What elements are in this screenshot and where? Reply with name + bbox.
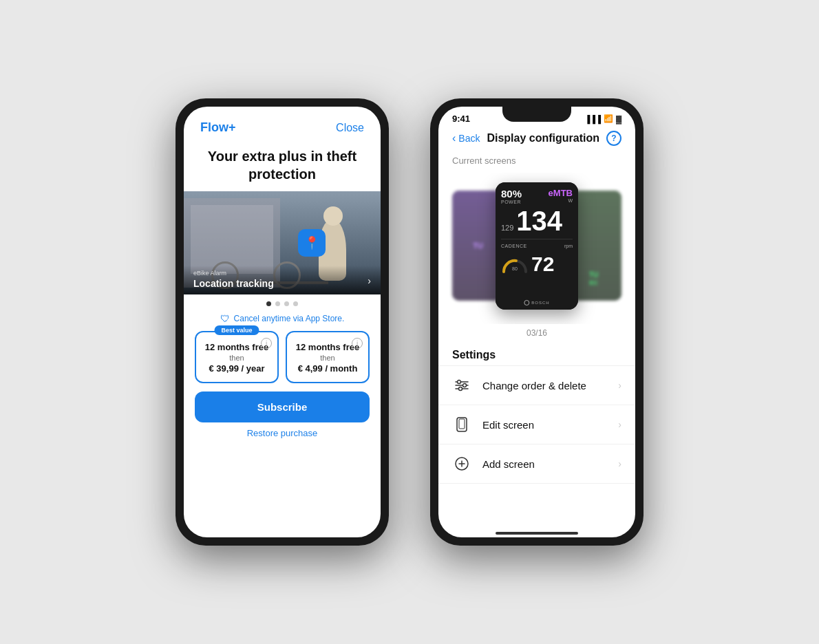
plan-title-2: 12 months free xyxy=(295,342,360,352)
plan-price-1: € 39,99 / year xyxy=(204,363,269,374)
flow-header: Flow+ Close xyxy=(184,107,381,142)
settings-list: Change order & delete › Edit screen › xyxy=(438,365,635,528)
back-button[interactable]: ‹ Back xyxy=(452,132,480,144)
power-label: POWER xyxy=(501,200,549,204)
settings-item-order[interactable]: Change order & delete › xyxy=(438,365,635,405)
svg-rect-7 xyxy=(457,418,467,431)
cadence-gauge: 80 xyxy=(501,251,529,275)
notch xyxy=(502,107,571,122)
svg-rect-8 xyxy=(459,419,465,429)
dot-3 xyxy=(284,301,289,306)
dot-4 xyxy=(293,301,298,306)
plan-card-monthly[interactable]: i 12 months free then € 4,99 / month xyxy=(286,331,370,383)
screen-counter: 03/16 xyxy=(438,324,635,343)
phone-screen-icon xyxy=(452,415,471,434)
wifi-icon: 📶 xyxy=(604,114,613,123)
main-display-screen: 80% POWER eMTB W 129 134 xyxy=(496,182,578,310)
edit-screen-label: Edit screen xyxy=(482,419,618,431)
rpm-label: rpm xyxy=(564,244,573,248)
subscribe-button[interactable]: Subscribe xyxy=(195,391,370,422)
nav-title: Display configuration xyxy=(487,132,599,144)
shield-icon: 🛡 xyxy=(220,313,230,324)
current-screens-label: Current screens xyxy=(438,153,635,173)
cadence-label: CADENCE xyxy=(501,244,527,248)
plus-circle-icon xyxy=(452,454,471,473)
add-chevron-icon: › xyxy=(618,458,621,469)
settings-label: Settings xyxy=(438,343,635,365)
left-phone: Flow+ Close Your extra plus in theft pro… xyxy=(176,98,389,546)
screen-carousel: TU TU EC 80% POW xyxy=(438,173,635,324)
plan-info-icon-1[interactable]: i xyxy=(261,338,272,349)
svg-text:80: 80 xyxy=(512,266,518,271)
speed-main: 134 xyxy=(516,207,562,235)
edit-chevron-icon: › xyxy=(618,419,621,430)
back-label: Back xyxy=(458,133,480,144)
signal-icon: ▐▐▐ xyxy=(585,115,601,123)
order-chevron-icon: › xyxy=(618,380,621,391)
cancel-row: 🛡 Cancel anytime via App Store. xyxy=(184,310,381,331)
svg-point-4 xyxy=(458,380,461,384)
plan-title-1: 12 months free xyxy=(204,342,269,352)
svg-point-5 xyxy=(463,384,467,387)
svg-point-6 xyxy=(459,387,462,391)
plans-row: Best value i 12 months free then € 39,99… xyxy=(184,331,381,391)
plan-then-2: then xyxy=(295,354,360,362)
settings-item-add[interactable]: Add screen › xyxy=(438,444,635,484)
carousel-dots xyxy=(184,294,381,310)
add-screen-label: Add screen xyxy=(482,458,618,470)
best-value-badge: Best value xyxy=(214,325,259,335)
status-time: 9:41 xyxy=(452,114,470,124)
mode-label: eMTB xyxy=(549,188,573,198)
home-indicator xyxy=(496,532,578,535)
dot-2 xyxy=(275,301,280,306)
plan-card-yearly[interactable]: Best value i 12 months free then € 39,99… xyxy=(195,331,279,383)
status-icons: ▐▐▐ 📶 ▓ xyxy=(585,114,621,123)
bosch-logo: BOSCH xyxy=(524,300,549,305)
hero-caption: Location tracking xyxy=(193,278,371,289)
left-phone-screen: Flow+ Close Your extra plus in theft pro… xyxy=(184,107,381,537)
hero-image: 📍 eBike Alarm Location tracking › xyxy=(184,191,381,294)
flow-title: Your extra plus in theft protection xyxy=(184,142,381,191)
location-pin-icon: 📍 xyxy=(298,229,326,257)
speed-prev: 129 xyxy=(501,224,513,232)
plan-then-1: then xyxy=(204,354,269,362)
hero-arrow-icon: › xyxy=(368,275,371,286)
sliders-icon xyxy=(452,376,471,395)
right-phone-screen: 9:41 ▐▐▐ 📶 ▓ ‹ Back Display configuratio… xyxy=(438,107,635,537)
right-phone: 9:41 ▐▐▐ 📶 ▓ ‹ Back Display configuratio… xyxy=(430,98,644,546)
settings-item-edit[interactable]: Edit screen › xyxy=(438,405,635,444)
w-unit: W xyxy=(549,198,573,203)
battery-icon: ▓ xyxy=(616,115,621,123)
plan-info-icon-2[interactable]: i xyxy=(352,338,363,349)
flow-logo: Flow+ xyxy=(200,120,236,135)
nav-bar: ‹ Back Display configuration ? xyxy=(438,127,635,153)
close-button[interactable]: Close xyxy=(336,122,364,134)
cancel-text: Cancel anytime via App Store. xyxy=(234,314,345,323)
chevron-left-icon: ‹ xyxy=(452,132,456,144)
order-delete-label: Change order & delete xyxy=(482,380,618,391)
restore-link[interactable]: Restore purchase xyxy=(184,428,381,441)
plan-price-2: € 4,99 / month xyxy=(295,363,360,374)
hero-label: eBike Alarm xyxy=(193,270,371,277)
power-percent: 80% xyxy=(501,188,549,200)
help-button[interactable]: ? xyxy=(606,131,621,146)
dot-1 xyxy=(266,301,271,306)
cadence-main: 72 xyxy=(531,254,554,275)
